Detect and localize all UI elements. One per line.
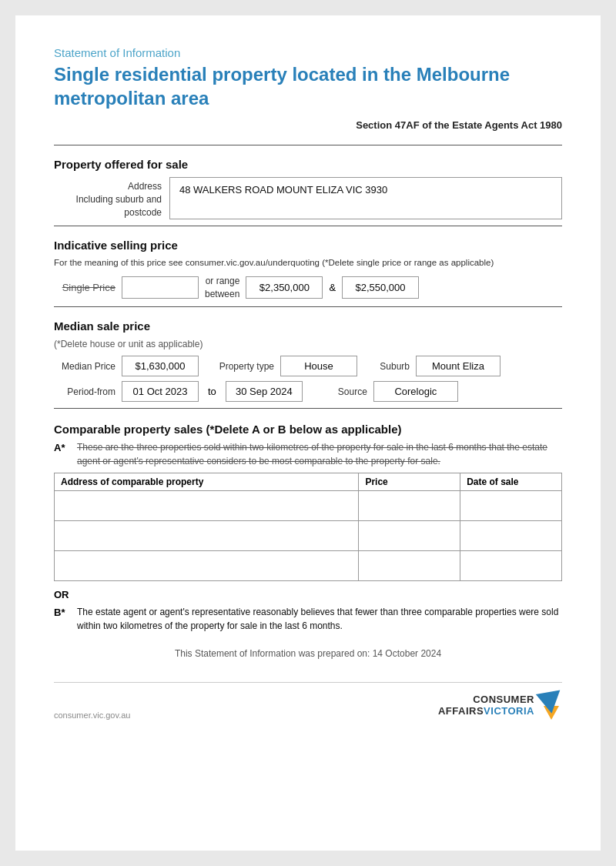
prepared-on: This Statement of Information was prepar…: [54, 648, 562, 659]
median-sale-title: Median sale price: [54, 319, 562, 333]
table-row: [55, 521, 562, 551]
option-b-text: The estate agent or agent's representati…: [77, 605, 562, 633]
cav-consumer-text: CONSUMER: [473, 694, 534, 706]
cav-logo: CONSUMER AFFAIRS VICTORIA: [438, 690, 562, 720]
suburb-label: Suburb: [363, 361, 410, 372]
option-b-letter: B*: [54, 605, 71, 633]
document-page: Statement of Information Single resident…: [15, 15, 601, 851]
property-section-title: Property offered for sale: [54, 158, 562, 171]
table-row: [55, 491, 562, 521]
or-range-label: or rangebetween: [205, 275, 239, 301]
footer-url: consumer.vic.gov.au: [54, 711, 130, 720]
source-value: Corelogic: [373, 381, 458, 402]
range-low: $2,350,000: [246, 276, 323, 299]
address-label: AddressIncluding suburb andpostcode: [54, 177, 169, 219]
row1-price: [359, 491, 460, 521]
divider-2: [54, 226, 562, 226]
divider-4: [54, 408, 562, 409]
page-footer: consumer.vic.gov.au CONSUMER AFFAIRS VIC…: [54, 682, 562, 720]
row1-address: [55, 491, 359, 521]
main-title: Single residential property located in t…: [54, 62, 562, 110]
row2-date: [460, 521, 562, 551]
col-header-address: Address of comparable property: [55, 473, 359, 491]
option-b-container: B* The estate agent or agent's represent…: [54, 605, 562, 633]
period-to-value: 30 Sep 2024: [226, 381, 303, 402]
row1-date: [460, 491, 562, 521]
divider-1: [54, 145, 562, 145]
median-row-1: Median Price $1,630,000 Property type Ho…: [54, 356, 562, 376]
row2-price: [359, 521, 460, 551]
option-a-letter: A*: [54, 440, 71, 468]
address-row: AddressIncluding suburb andpostcode 48 W…: [54, 177, 562, 219]
table-row: [55, 551, 562, 581]
option-a-text: These are the three properties sold with…: [77, 440, 562, 468]
median-price-label: Median Price: [54, 361, 116, 372]
source-label: Source: [321, 386, 367, 397]
cav-triangles: [537, 692, 562, 720]
comparable-table: Address of comparable property Price Dat…: [54, 473, 562, 581]
single-price-label: Single Price: [54, 282, 116, 293]
address-value: 48 WALKERS ROAD MOUNT ELIZA VIC 3930: [169, 177, 562, 219]
row2-address: [55, 521, 359, 551]
or-label: OR: [54, 589, 562, 600]
row3-address: [55, 551, 359, 581]
cav-text: CONSUMER AFFAIRS VICTORIA: [438, 694, 534, 717]
option-a-container: A* These are the three properties sold w…: [54, 440, 562, 468]
property-type-label: Property type: [205, 361, 274, 372]
and-label: &: [329, 282, 336, 293]
median-price-value: $1,630,000: [122, 356, 199, 376]
col-header-price: Price: [359, 473, 460, 491]
single-price-box: [122, 276, 199, 299]
divider-3: [54, 306, 562, 307]
indicative-price-title: Indicative selling price: [54, 239, 562, 252]
soi-label: Statement of Information: [54, 46, 562, 59]
row3-date: [460, 551, 562, 581]
median-row-2: Period-from 01 Oct 2023 to 30 Sep 2024 S…: [54, 381, 562, 402]
comparable-title: Comparable property sales (*Delete A or …: [54, 423, 562, 436]
median-sale-note: (*Delete house or unit as applicable): [54, 339, 562, 349]
price-row: Single Price or rangebetween $2,350,000 …: [54, 275, 562, 301]
triangle-blue-icon: [536, 690, 564, 716]
period-from-label: Period-from: [54, 386, 116, 397]
cav-victoria-text: VICTORIA: [484, 705, 534, 717]
range-high: $2,550,000: [342, 276, 419, 299]
col-header-date: Date of sale: [460, 473, 562, 491]
to-label: to: [205, 386, 219, 397]
act-ref: Section 47AF of the Estate Agents Act 19…: [54, 119, 562, 131]
suburb-value: Mount Eliza: [416, 356, 500, 376]
cav-affairs-text: AFFAIRS: [438, 705, 484, 717]
indicative-price-note: For the meaning of this price see consum…: [54, 258, 562, 267]
row3-price: [359, 551, 460, 581]
period-from-value: 01 Oct 2023: [122, 381, 199, 402]
property-type-value: House: [280, 356, 357, 376]
